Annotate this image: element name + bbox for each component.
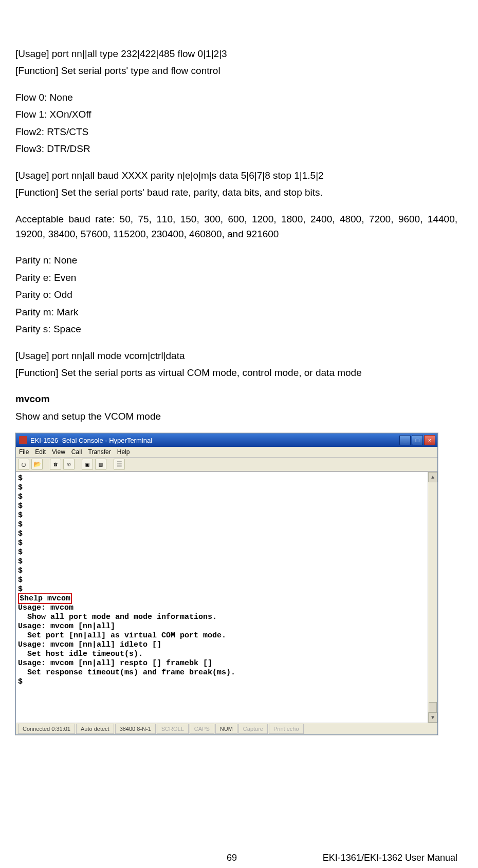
parity-n: Parity n: None: [15, 253, 457, 268]
usage-line: [Usage] port nn|all baud XXXX parity n|e…: [15, 168, 457, 183]
status-autodetect: Auto detect: [76, 724, 114, 734]
menu-view[interactable]: View: [52, 448, 65, 456]
parity-m: Parity m: Mark: [15, 305, 457, 319]
document-page: [Usage] port nn||all type 232|422|485 fl…: [0, 0, 478, 868]
parity-e: Parity e: Even: [15, 270, 457, 285]
flow-1: Flow 1: XOn/XOff: [15, 107, 457, 122]
highlighted-command: $help mvcom: [18, 593, 72, 604]
scrollbar[interactable]: ▲ ▼: [428, 472, 437, 723]
app-icon: [19, 436, 27, 444]
menu-transfer[interactable]: Transfer: [88, 448, 111, 456]
status-caps: CAPS: [190, 724, 214, 734]
window-titlebar[interactable]: EKI-1526_Seial Console - HyperTerminal _…: [16, 433, 437, 447]
properties-icon[interactable]: ☰: [114, 459, 125, 470]
menu-edit[interactable]: Edit: [35, 448, 46, 456]
minimize-button[interactable]: _: [399, 435, 411, 445]
scroll-down-icon[interactable]: ▼: [428, 712, 437, 723]
hyperterminal-window: EKI-1526_Seial Console - HyperTerminal _…: [15, 433, 438, 735]
terminal-output[interactable]: $ $ $ $ $ $ $ $ $ $ $ $ $ $help mvcom Us…: [16, 471, 437, 723]
parity-s: Parity s: Space: [15, 322, 457, 336]
menu-bar: File Edit View Call Transfer Help: [16, 447, 437, 458]
scroll-thumb[interactable]: [429, 702, 437, 712]
status-num: NUM: [215, 724, 237, 734]
command-heading: mvcom: [15, 391, 457, 406]
prompt-lines: $ $ $ $ $ $ $ $ $ $ $ $ $: [18, 474, 435, 594]
status-printecho: Print echo: [269, 724, 304, 734]
menu-help[interactable]: Help: [117, 448, 130, 456]
status-bar: Connected 0:31:01 Auto detect 38400 8-N-…: [16, 723, 437, 734]
menu-file[interactable]: File: [19, 448, 29, 456]
parity-o: Parity o: Odd: [15, 287, 457, 302]
usage-line: [Usage] port nn|all mode vcom|ctrl|data: [15, 348, 457, 363]
new-icon[interactable]: ▢: [18, 459, 29, 470]
function-line: [Function] Set the serial ports as virtu…: [15, 365, 457, 380]
function-line: [Function] Set the serial ports' baud ra…: [15, 185, 457, 200]
status-scroll: SCROLL: [157, 724, 189, 734]
send-icon[interactable]: ▣: [82, 459, 93, 470]
status-settings: 38400 8-N-1: [115, 724, 156, 734]
disconnect-icon[interactable]: ✆: [63, 459, 75, 470]
flow-3: Flow3: DTR/DSR: [15, 141, 457, 156]
command-description: Show and setup the VCOM mode: [15, 409, 457, 424]
toolbar: ▢ 📂 ☎ ✆ ▣ ▤ ☰: [16, 458, 437, 471]
maximize-button[interactable]: □: [412, 435, 423, 445]
menu-call[interactable]: Call: [71, 448, 82, 456]
usage-line: [Usage] port nn||all type 232|422|485 fl…: [15, 46, 457, 61]
flow-0: Flow 0: None: [15, 90, 457, 105]
connect-icon[interactable]: ☎: [50, 459, 61, 470]
body-text: [Usage] port nn||all type 232|422|485 fl…: [15, 46, 457, 424]
open-icon[interactable]: 📂: [31, 459, 43, 470]
receive-icon[interactable]: ▤: [95, 459, 106, 470]
status-capture: Capture: [238, 724, 268, 734]
close-button[interactable]: ×: [424, 435, 435, 445]
status-connected: Connected 0:31:01: [18, 724, 75, 734]
baud-rates: Acceptable baud rate: 50, 75, 110, 150, …: [15, 212, 457, 242]
function-line: [Function] Set serial ports' type and fl…: [15, 63, 457, 78]
scroll-up-icon[interactable]: ▲: [428, 472, 437, 482]
document-title: EKI-1361/EKI-1362 User Manual: [323, 853, 457, 863]
window-title: EKI-1526_Seial Console - HyperTerminal: [30, 437, 152, 444]
flow-2: Flow2: RTS/CTS: [15, 124, 457, 139]
help-output: Usage: mvcom Show all port mode and mode…: [18, 603, 435, 687]
page-number: 69: [227, 853, 237, 863]
